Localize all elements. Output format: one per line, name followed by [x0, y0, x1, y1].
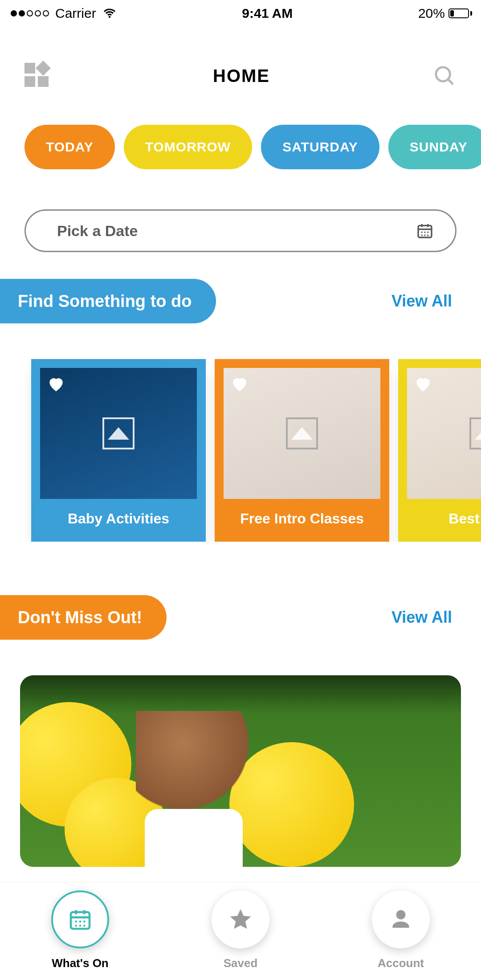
card-label: Best of the — [407, 499, 481, 527]
day-filter-row[interactable]: TODAY TOMORROW SATURDAY SUNDAY — [0, 125, 481, 169]
section-dont-miss: Don't Miss Out! View All — [0, 595, 481, 640]
find-card[interactable]: Free Intro Classes — [215, 359, 389, 542]
user-icon — [388, 907, 413, 932]
status-bar: Carrier 9:41 AM 20% — [0, 0, 481, 27]
section-find-view-all[interactable]: View All — [391, 292, 452, 310]
section-find-title: Find Something to do — [18, 292, 192, 311]
image-placeholder-icon — [102, 417, 135, 449]
svg-point-17 — [75, 920, 77, 923]
svg-line-2 — [448, 79, 453, 84]
nav-whats-on[interactable]: What's On — [1, 913, 159, 970]
date-picker-placeholder: Pick a Date — [57, 222, 138, 240]
svg-point-8 — [424, 232, 425, 233]
day-chip-sunday[interactable]: SUNDAY — [388, 125, 481, 169]
nav-saved-icon-circle — [212, 890, 269, 948]
signal-strength-icon — [11, 10, 49, 16]
status-right: 20% — [418, 6, 472, 21]
nav-label: Account — [378, 956, 424, 970]
nav-account-icon-circle — [372, 890, 430, 948]
card-label: Free Intro Classes — [224, 499, 380, 527]
card-image — [407, 368, 481, 499]
svg-point-19 — [83, 920, 86, 923]
bottom-nav: What's On Saved Account — [0, 882, 481, 980]
day-chip-label: SUNDAY — [410, 139, 468, 155]
day-chip-today[interactable]: TODAY — [24, 125, 115, 169]
svg-point-11 — [424, 234, 425, 236]
app-header: HOME — [0, 27, 481, 125]
card-label: Baby Activities — [40, 499, 197, 527]
battery-percent: 20% — [418, 6, 445, 21]
carrier-label: Carrier — [55, 6, 96, 21]
image-placeholder-icon — [286, 417, 318, 449]
date-picker[interactable]: Pick a Date — [24, 209, 457, 252]
svg-point-9 — [427, 232, 428, 233]
menu-icon[interactable] — [24, 63, 50, 89]
section-dont-miss-view-all[interactable]: View All — [391, 608, 452, 627]
nav-label: What's On — [52, 956, 109, 970]
day-chip-tomorrow[interactable]: TOMORROW — [124, 125, 252, 169]
svg-point-0 — [109, 16, 110, 18]
wifi-icon — [102, 6, 117, 20]
nav-account[interactable]: Account — [322, 913, 480, 970]
page-title: HOME — [213, 66, 270, 86]
child-image — [145, 809, 243, 867]
day-chip-saturday[interactable]: SATURDAY — [261, 125, 379, 169]
find-card[interactable]: Best of the — [398, 359, 481, 542]
section-dont-miss-title: Don't Miss Out! — [18, 608, 142, 627]
svg-point-1 — [436, 67, 450, 82]
card-image — [224, 368, 380, 499]
card-image — [40, 368, 197, 499]
favorite-icon[interactable] — [46, 374, 66, 394]
svg-point-10 — [421, 234, 423, 236]
svg-point-18 — [79, 920, 82, 923]
svg-point-20 — [75, 925, 77, 927]
find-card[interactable]: Baby Activities — [31, 359, 206, 542]
section-find: Find Something to do View All — [0, 279, 481, 323]
day-chip-label: TOMORROW — [145, 139, 231, 155]
day-chip-label: TODAY — [46, 139, 94, 155]
svg-point-12 — [427, 234, 428, 236]
calendar-icon — [68, 907, 93, 932]
battery-icon — [448, 8, 472, 18]
find-cards-row[interactable]: Baby Activities Free Intro Classes Best … — [0, 359, 481, 542]
star-icon — [228, 907, 253, 932]
day-chip-label: SATURDAY — [282, 139, 358, 155]
nav-saved[interactable]: Saved — [161, 913, 320, 970]
svg-point-22 — [83, 925, 86, 927]
favorite-icon[interactable] — [230, 374, 249, 394]
search-icon[interactable] — [432, 64, 457, 88]
svg-point-21 — [79, 925, 82, 927]
status-time: 9:41 AM — [242, 6, 293, 21]
image-placeholder-icon — [469, 417, 481, 449]
status-left: Carrier — [11, 6, 117, 21]
calendar-icon — [416, 222, 434, 240]
featured-card[interactable] — [20, 675, 461, 867]
favorite-icon[interactable] — [413, 374, 433, 394]
nav-whats-on-icon-circle — [51, 890, 109, 948]
section-find-title-pill: Find Something to do — [0, 279, 216, 323]
section-dont-miss-title-pill: Don't Miss Out! — [0, 595, 167, 640]
svg-point-7 — [421, 232, 423, 233]
nav-label: Saved — [224, 956, 258, 970]
